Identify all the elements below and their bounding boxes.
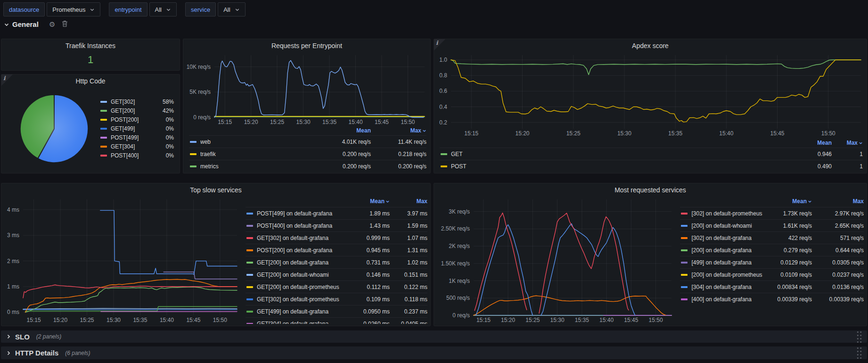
legend-col-mean[interactable]: Mean <box>763 198 812 205</box>
service-value-dropdown[interactable]: All <box>218 2 245 16</box>
x-axis-tick-label: 15:25 <box>519 317 546 323</box>
legend-series-label[interactable]: POST[200] <box>111 116 157 123</box>
panel-most-requested-services: Most requested services 0 req/s500 req/s… <box>434 183 867 326</box>
chevron-down-icon <box>235 7 240 12</box>
panel-title-traefik-instances[interactable]: Traefik Instances <box>1 39 180 51</box>
x-axis-tick-label: 15:30 <box>544 317 571 323</box>
panel-http-code: i Http Code GET[302]58%GET[200]42%POST[2… <box>1 74 180 173</box>
row-header-http-details[interactable]: HTTP Details (6 panels) <box>1 346 867 359</box>
legend-series-label[interactable]: metrics <box>200 163 315 170</box>
y-axis-tick-label: 0.6 <box>435 88 447 94</box>
chart-canvas[interactable] <box>184 51 428 126</box>
entrypoint-value-text: All <box>155 6 162 13</box>
row-header-general[interactable]: General ⚙ <box>4 20 68 28</box>
datasource-label[interactable]: datasource <box>3 2 45 16</box>
series-color-swatch-icon <box>100 155 107 157</box>
legend-series-label[interactable]: GET <box>451 151 789 157</box>
legend-series-label[interactable]: GET[304] <box>111 143 157 150</box>
legend-series-label[interactable]: POST[499] <box>111 134 157 141</box>
panel-title-http-code[interactable]: Http Code <box>1 74 180 87</box>
legend-mean-value: 0.946 <box>789 151 832 157</box>
y-axis-tick-label: 0.4 <box>435 104 447 110</box>
legend-row: [302] on default-grafana422 req/s571 req… <box>680 231 864 244</box>
datasource-value-dropdown[interactable]: Prometheus <box>47 2 100 16</box>
legend-col-max[interactable]: Max <box>812 198 864 205</box>
series-color-swatch-icon <box>681 249 688 251</box>
legend-series-label[interactable]: GET[200] on default-prometheus <box>257 284 351 290</box>
top-slow-chart-plot[interactable]: 0 ms1 ms2 ms3 ms4 ms15:1515:2015:2515:30… <box>3 196 241 324</box>
legend-series-label[interactable]: [200] on default-whoami <box>691 223 763 229</box>
legend-col-mean[interactable]: Mean <box>351 198 390 205</box>
apdex-chart-plot[interactable]: 0.20.40.60.81.015:1515:2015:2515:3015:35… <box>435 51 865 137</box>
x-axis-tick-label: 15:50 <box>207 317 233 323</box>
legend-col-max[interactable]: Max <box>371 127 426 134</box>
legend-row: [200] on default-whoami1.61K req/s2.65K … <box>680 219 864 231</box>
y-axis-tick-label: 3K req/s <box>436 208 470 215</box>
legend-series-label[interactable]: GET[200] <box>111 107 157 114</box>
y-axis-tick-label: 0 ms <box>3 309 19 315</box>
datasource-label-text: datasource <box>9 6 39 13</box>
legend-series-label[interactable]: GET[200] on default-grafana <box>257 259 351 266</box>
entrypoint-label[interactable]: entrypoint <box>109 2 147 16</box>
legend-col-max[interactable]: Max <box>390 198 427 205</box>
legend-header: MeanMax <box>440 138 863 148</box>
legend-series-label[interactable]: POST[200] on default-grafana <box>257 247 351 254</box>
legend-series-label[interactable]: [200] on default-prometheus <box>691 272 763 278</box>
series-color-swatch-icon <box>246 311 253 313</box>
legend-series-label[interactable]: [304] on default-grafana <box>691 284 763 290</box>
trash-icon[interactable] <box>62 20 68 28</box>
series-color-swatch-icon <box>190 141 197 143</box>
legend-col-mean[interactable]: Mean <box>789 140 832 146</box>
legend-series-label[interactable]: GET[304] on default-grafana <box>257 321 351 324</box>
pie-legend-row: GET[499]0% <box>99 124 174 133</box>
legend-series-label[interactable]: POST[400] on default-grafana <box>257 223 351 229</box>
legend-series-label[interactable]: POST[400] <box>111 152 157 159</box>
legend-series-label[interactable]: GET[302] <box>111 99 157 105</box>
x-axis-tick-label: 15:15 <box>21 317 47 323</box>
legend-series-label[interactable]: POST[499] on default-grafana <box>257 210 351 217</box>
entrypoint-value-dropdown[interactable]: All <box>149 2 177 16</box>
panel-title-most-requested-services[interactable]: Most requested services <box>434 183 867 196</box>
series-color-swatch-icon <box>681 225 688 227</box>
row-drag-handle[interactable] <box>856 346 862 359</box>
service-label[interactable]: service <box>185 2 216 16</box>
y-axis-tick-label: 0.8 <box>435 72 447 79</box>
panel-info-icon[interactable]: i <box>1 74 13 86</box>
row-drag-handle[interactable] <box>856 330 862 343</box>
variable-datasource: datasource Prometheus <box>3 2 100 16</box>
legend-col-mean[interactable]: Mean <box>315 127 371 134</box>
requests-chart-plot[interactable]: 0 req/s5K req/s10K req/s15:1515:2015:251… <box>184 51 428 126</box>
legend-row: GET0.9461 <box>440 148 863 160</box>
legend-series-label[interactable]: GET[302] on default-prometheus <box>257 296 351 303</box>
legend-series-label[interactable]: [499] on default-grafana <box>691 259 763 266</box>
legend-col-max[interactable]: Max <box>832 140 863 146</box>
legend-series-label[interactable]: GET[200] on default-whoami <box>257 272 351 278</box>
legend-series-label[interactable]: [302] on default-grafana <box>691 235 763 241</box>
panel-title-apdex-score[interactable]: Apdex score <box>434 39 867 51</box>
legend-series-label[interactable]: [400] on default-grafana <box>691 296 763 303</box>
legend-series-label[interactable]: POST <box>451 163 789 170</box>
legend-series-label[interactable]: GET[499] <box>111 125 157 132</box>
panel-title-requests-per-entrypoint[interactable]: Requests per Entrypoint <box>183 39 430 51</box>
row-header-slo[interactable]: SLO (2 panels) <box>1 330 867 343</box>
legend-mean-value: 0.0950 ms <box>351 308 390 315</box>
legend-series-label[interactable]: GET[499] on default-grafana <box>257 308 351 315</box>
most-requested-chart-plot[interactable]: 0 req/s500 req/s1K req/s1.50K req/s2K re… <box>436 196 675 324</box>
legend-series-label[interactable]: [200] on default-grafana <box>691 247 763 254</box>
legend-series-label[interactable]: web <box>200 139 315 145</box>
legend-series-label[interactable]: GET[302] on default-grafana <box>257 235 351 241</box>
x-axis-tick-label: 15:20 <box>495 317 521 323</box>
legend-series-label[interactable]: traefik <box>200 151 315 157</box>
legend-row: traefik0.200 req/s0.218 req/s <box>189 148 426 160</box>
row-title-slo: SLO <box>15 333 30 341</box>
pie-chart[interactable] <box>17 92 91 165</box>
panel-title-top-slow-services[interactable]: Top slow services <box>1 183 430 196</box>
chart-canvas[interactable] <box>436 196 675 324</box>
y-axis-tick-label: 2 ms <box>3 258 19 264</box>
chart-canvas[interactable] <box>435 51 865 137</box>
panel-info-icon[interactable]: i <box>434 39 445 50</box>
gear-icon[interactable]: ⚙ <box>49 21 55 28</box>
chart-canvas[interactable] <box>3 196 241 324</box>
legend-series-label[interactable]: [302] on default-prometheus <box>691 210 763 217</box>
legend-max-value: 2.97K req/s <box>812 210 864 217</box>
